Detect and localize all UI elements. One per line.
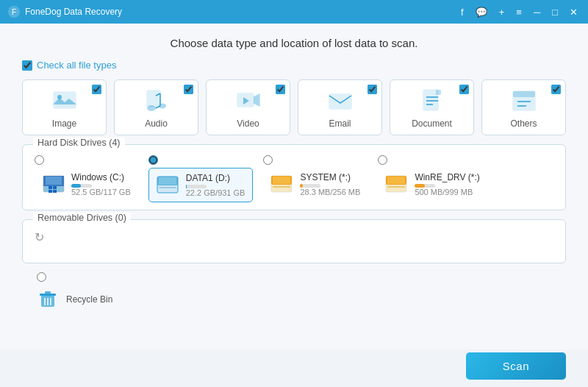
drive-d-size: 22.2 GB/931 GB — [186, 188, 245, 197]
check-all-row: Check all file types — [22, 60, 566, 71]
check-all-checkbox[interactable] — [22, 60, 32, 71]
recycle-radio[interactable] — [37, 272, 46, 282]
svg-rect-24 — [46, 177, 62, 185]
drive-c-inner: Windows (C:) 52.5 GB/117 GB — [35, 168, 138, 201]
video-icon — [235, 88, 262, 114]
drive-d-inner: DATA1 (D:) 22.2 GB/931 GB — [148, 168, 254, 202]
drive-c-info: Windows (C:) 52.5 GB/117 GB — [71, 172, 131, 196]
svg-rect-25 — [49, 186, 52, 189]
drive-c[interactable]: Windows (C:) 52.5 GB/117 GB — [35, 155, 138, 201]
audio-label: Audio — [145, 118, 168, 129]
drive-system[interactable]: SYSTEM (*:) 28.3 MB/256 MB — [263, 155, 368, 201]
window-controls: f 💬 + ≡ ─ □ ✕ — [458, 7, 581, 18]
drive-system-name: SYSTEM (*:) — [300, 172, 360, 182]
document-label: Document — [412, 118, 452, 129]
recycle-item[interactable]: Recycle Bin — [37, 288, 112, 311]
email-checkbox[interactable] — [368, 85, 377, 94]
email-icon — [327, 88, 354, 114]
svg-rect-27 — [49, 190, 52, 193]
file-types-row: Image Audio — [22, 79, 566, 135]
email-label: Email — [329, 118, 351, 129]
drive-winre[interactable]: WinRE_DRV (*:) 500 MB/999 MB — [378, 155, 487, 201]
svg-rect-26 — [53, 186, 57, 189]
recycle-bin-icon — [37, 288, 60, 311]
drive-d-radio[interactable] — [148, 155, 158, 165]
document-icon — [419, 88, 445, 114]
drive-winre-info: WinRE_DRV (*:) 500 MB/999 MB — [415, 172, 479, 196]
plus-icon[interactable]: + — [496, 7, 508, 18]
video-checkbox[interactable] — [276, 85, 285, 94]
removable-title: Removable Drives (0) — [33, 213, 131, 223]
drive-system-radio[interactable] — [263, 155, 273, 165]
main-content: Choose data type and location of lost da… — [0, 24, 588, 349]
image-checkbox[interactable] — [92, 85, 101, 94]
svg-text:F: F — [12, 8, 16, 16]
drive-c-name: Windows (C:) — [71, 172, 131, 182]
minimize-icon[interactable]: ─ — [531, 7, 543, 18]
video-label: Video — [237, 118, 259, 129]
titlebar: F FoneDog Data Recovery f 💬 + ≡ ─ □ ✕ — [0, 0, 588, 24]
menu-icon[interactable]: ≡ — [513, 7, 525, 18]
drive-c-radio[interactable] — [35, 155, 44, 165]
drive-d[interactable]: DATA1 (D:) 22.2 GB/931 GB — [148, 155, 254, 202]
image-icon — [51, 88, 78, 114]
svg-rect-2 — [54, 92, 76, 108]
file-type-image[interactable]: Image — [22, 79, 107, 135]
hard-disk-section: Hard Disk Drives (4) — [22, 144, 566, 210]
svg-rect-39 — [387, 177, 405, 184]
audio-icon — [143, 88, 170, 114]
svg-point-5 — [147, 105, 156, 111]
recycle-section: Recycle Bin — [22, 272, 566, 311]
removable-section: Removable Drives (0) ↻ — [22, 219, 566, 263]
file-type-video[interactable]: Video — [206, 79, 290, 135]
svg-rect-43 — [45, 291, 51, 294]
file-type-document[interactable]: Document — [390, 79, 474, 135]
drive-c-size: 52.5 GB/117 GB — [71, 188, 131, 196]
chat-icon[interactable]: 💬 — [473, 7, 490, 18]
file-type-email[interactable]: Email — [298, 79, 382, 135]
drive-winre-name: WinRE_DRV (*:) — [415, 172, 479, 182]
close-icon[interactable]: ✕ — [567, 7, 581, 18]
svg-rect-28 — [53, 190, 57, 193]
others-icon — [511, 88, 537, 114]
audio-checkbox[interactable] — [184, 85, 193, 94]
file-type-audio[interactable]: Audio — [114, 79, 198, 135]
app-icon: F — [7, 5, 21, 18]
drive-system-info: SYSTEM (*:) 28.3 MB/256 MB — [300, 172, 360, 196]
drive-c-icon — [42, 173, 65, 196]
svg-rect-12 — [329, 94, 351, 109]
svg-rect-4 — [147, 90, 160, 107]
drive-system-icon — [270, 173, 294, 196]
svg-rect-31 — [159, 177, 176, 185]
svg-rect-40 — [387, 186, 405, 188]
app-title: FoneDog Data Recovery — [25, 7, 458, 17]
bottom-bar: Scan — [0, 349, 588, 387]
drive-winre-radio[interactable] — [378, 155, 387, 165]
svg-rect-19 — [513, 91, 535, 97]
svg-rect-35 — [273, 177, 290, 184]
facebook-icon[interactable]: f — [458, 7, 467, 18]
svg-rect-14 — [436, 90, 441, 95]
image-label: Image — [52, 118, 76, 129]
hard-disk-title: Hard Disk Drives (4) — [33, 138, 125, 148]
drive-winre-size: 500 MB/999 MB — [415, 188, 479, 196]
maximize-icon[interactable]: □ — [549, 7, 561, 18]
drive-d-name: DATA1 (D:) — [186, 173, 245, 183]
drive-winre-icon — [385, 173, 409, 196]
drive-d-icon — [157, 174, 180, 197]
document-checkbox[interactable] — [459, 85, 469, 94]
others-checkbox[interactable] — [551, 85, 561, 94]
svg-rect-36 — [273, 186, 290, 188]
scan-button[interactable]: Scan — [466, 352, 566, 380]
others-label: Others — [510, 118, 537, 129]
removable-row: ↻ — [35, 230, 553, 244]
recycle-label: Recycle Bin — [66, 294, 112, 305]
svg-rect-42 — [40, 294, 56, 296]
drive-system-size: 28.3 MB/256 MB — [300, 188, 360, 196]
check-all-label: Check all file types — [37, 60, 116, 71]
drive-system-inner: SYSTEM (*:) 28.3 MB/256 MB — [263, 168, 368, 201]
drives-row: Windows (C:) 52.5 GB/117 GB — [35, 155, 553, 202]
drive-winre-inner: WinRE_DRV (*:) 500 MB/999 MB — [378, 168, 487, 201]
file-type-others[interactable]: Others — [481, 79, 566, 135]
refresh-icon[interactable]: ↻ — [35, 230, 44, 244]
